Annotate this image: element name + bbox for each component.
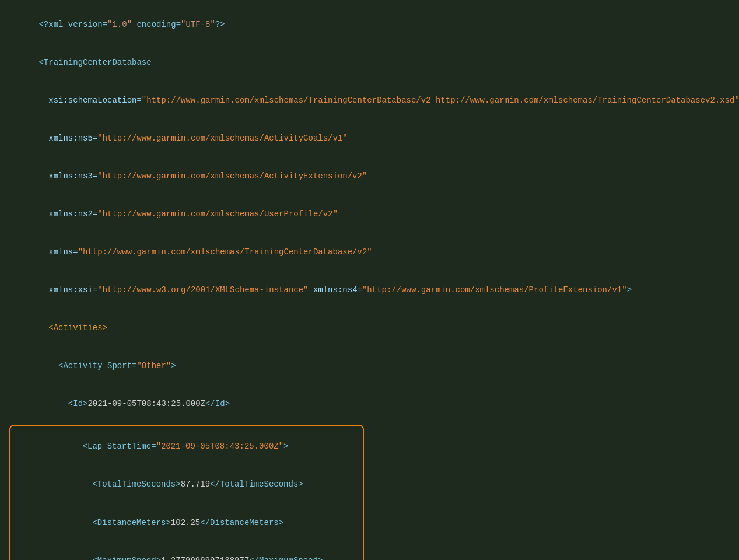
- max-speed: <MaximumSpeed>1.2779999997138977</Maximu…: [14, 542, 359, 560]
- attr-schema-location: xsi:schemaLocation="http://www.garmin.co…: [9, 82, 364, 120]
- attr-xmlns-xsi: xmlns:xsi="http://www.w3.org/2001/XMLSch…: [9, 271, 364, 309]
- lap-highlight-box: <Lap StartTime="2021-09-05T08:43:25.000Z…: [9, 425, 364, 560]
- lap-open: <Lap StartTime="2021-09-05T08:43:25.000Z…: [14, 428, 359, 466]
- attr-xmlns: xmlns="http://www.garmin.com/xmlschemas/…: [9, 233, 364, 271]
- distance: <DistanceMeters>102.25</DistanceMeters>: [14, 504, 359, 542]
- main-container: <?xml version="1.0" encoding="UTF-8"?> <…: [0, 0, 739, 560]
- id-element: <Id>2021-09-05T08:43:25.000Z</Id>: [9, 386, 364, 424]
- code-panel: <?xml version="1.0" encoding="UTF-8"?> <…: [0, 0, 373, 560]
- activities-open: <Activities>: [9, 310, 364, 348]
- xml-decl: <?xml version="1.0" encoding="UTF-8"?>: [9, 6, 364, 44]
- attr-ns3: xmlns:ns3="http://www.garmin.com/xmlsche…: [9, 158, 364, 195]
- attr-ns2: xmlns:ns2="http://www.garmin.com/xmlsche…: [9, 195, 364, 233]
- attr-ns5: xmlns:ns5="http://www.garmin.com/xmlsche…: [9, 120, 364, 158]
- training-center-tag: <TrainingCenterDatabase: [9, 44, 364, 82]
- annotation-panel: Activity 1: [373, 0, 739, 560]
- activity-tag: <Activity Sport="Other">: [9, 348, 364, 386]
- total-time: <TotalTimeSeconds>87.719</TotalTimeSecon…: [14, 466, 359, 504]
